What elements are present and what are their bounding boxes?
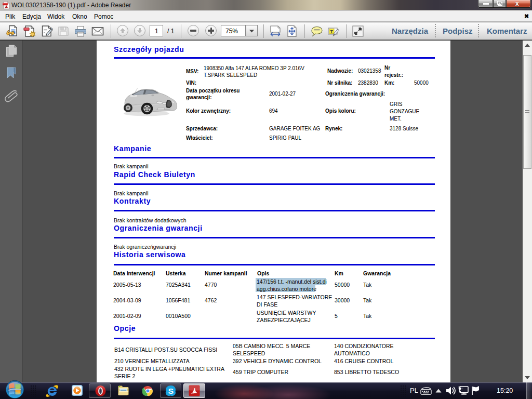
svg-text:T: T: [330, 29, 334, 34]
svg-text:S: S: [168, 387, 174, 395]
